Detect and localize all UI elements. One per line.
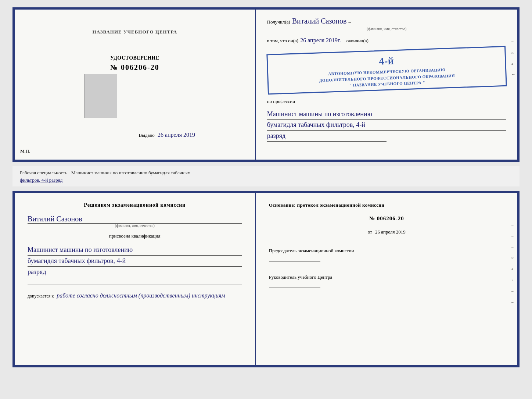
profession-prefix: по профессии (267, 99, 506, 104)
date-prefix: от (368, 229, 372, 235)
middle-strip: Рабочая специальность - Машинист машины … (12, 166, 520, 186)
received-line: Получил(а) Виталий Сазонов – (267, 17, 506, 25)
cert-right-panel: Получил(а) Виталий Сазонов – (фамилия, и… (256, 10, 517, 160)
qual-line2: бумагидля табачных фильтров, 4-й (28, 256, 242, 267)
qualification-text: Машинист машины по изготовлению бумагидл… (28, 245, 242, 277)
protocol-number: № 006206-20 (269, 215, 504, 222)
right-decorations-top: – и а ← – – (511, 39, 515, 99)
right-decorations-bottom: – – – и а ← – – (511, 222, 515, 304)
bottom-right-panel: Основание: протокол экзаменационной коми… (256, 193, 517, 365)
photo-placeholder (84, 74, 117, 118)
in-fact-line: в том, что он(а) 26 апреля 2019г. окончи… (267, 37, 506, 44)
issued-line: Выдано 26 апреля 2019 (139, 132, 195, 138)
finished-label: окончил(а) (346, 38, 369, 44)
in-fact-prefix: в том, что он(а) (267, 38, 299, 44)
dash1: – (348, 19, 351, 25)
issued-label: Выдано (139, 132, 155, 138)
allowed-line: допускается к работе согласно должностны… (28, 292, 242, 299)
recipient-sublabel: (фамилия, имя, отчество) (267, 27, 506, 31)
qual-line1: Машинист машины по изготовлению (28, 245, 242, 256)
director-sig-line (269, 288, 320, 288)
cert-number: № 006206-20 (110, 63, 159, 72)
received-prefix: Получил(а) (267, 19, 290, 25)
director-label: Руководитель учебного Центра (269, 274, 332, 280)
profession-text: Машинист машины по изготовлению бумагидл… (267, 109, 506, 142)
decision-text: Решением экзаменационной комиссии (28, 202, 242, 208)
profession-line2: бумагидля табачных фильтров, 4-й (267, 120, 506, 131)
training-center-label-top: НАЗВАНИЕ УЧЕБНОГО ЦЕНТРА (93, 29, 177, 35)
profession-line1: Машинист машины по изготовлению (267, 109, 506, 120)
chairman-text: Председатель экзаменационной комиссии (269, 248, 504, 261)
person-sublabel: (фамилия, имя, отчество) (28, 224, 242, 228)
basis-text: Основание: протокол экзаменационной коми… (269, 202, 504, 208)
in-fact-date: 26 апреля 2019г. (300, 37, 341, 44)
cert-title: УДОСТОВЕРЕНИЕ (110, 55, 159, 61)
mp-label: М.П. (20, 148, 30, 154)
middle-text2: фильтров, 4-й разряд (20, 177, 62, 183)
allowed-prefix: допускается к (28, 293, 54, 299)
profession-line3: разряд (267, 131, 387, 142)
assigned-text: присвоена квалификация (28, 233, 242, 239)
middle-text: Рабочая специальность - Машинист машины … (20, 170, 190, 175)
qual-line3: разряд (28, 267, 113, 278)
protocol-date-line: от 26 апреля 2019 (269, 229, 504, 235)
chairman-label: Председатель экзаменационной комиссии (269, 248, 354, 253)
stamp: 4-й АВТОНОМНУЮ НЕКОММЕРЧЕСКУЮ ОРГАНИЗАЦИ… (266, 46, 507, 95)
bottom-certificate: Решением экзаменационной комиссии Витали… (12, 191, 520, 367)
protocol-date: 26 апреля 2019 (375, 229, 406, 235)
director-text: Руководитель учебного Центра (269, 274, 504, 288)
person-name: Виталий Сазонов (28, 215, 242, 224)
top-certificate: НАЗВАНИЕ УЧЕБНОГО ЦЕНТРА УДОСТОВЕРЕНИЕ №… (12, 7, 520, 162)
allowed-text: работе согласно должностным (производств… (57, 292, 225, 299)
recipient-name: Виталий Сазонов (292, 17, 347, 25)
chairman-sig-line (269, 261, 320, 261)
cert-left-panel: НАЗВАНИЕ УЧЕБНОГО ЦЕНТРА УДОСТОВЕРЕНИЕ №… (15, 10, 256, 160)
issued-date: 26 апреля 2019 (158, 132, 195, 138)
bottom-left-panel: Решением экзаменационной комиссии Витали… (15, 193, 256, 365)
